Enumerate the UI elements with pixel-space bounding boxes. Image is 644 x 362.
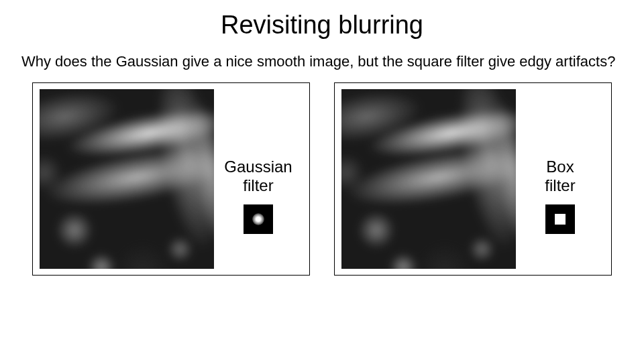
box-filter-label: Box filter [545, 158, 575, 194]
gaussian-dot-icon [252, 213, 264, 225]
gaussian-label-line1: Gaussian [224, 158, 292, 176]
panels-row: Gaussian filter Box filter [0, 82, 644, 276]
gaussian-label-line2: filter [243, 176, 273, 194]
slide-question: Why does the Gaussian give a nice smooth… [0, 53, 644, 82]
box-square-icon [555, 214, 566, 225]
gaussian-label-wrap: Gaussian filter [214, 124, 303, 233]
gaussian-panel: Gaussian filter [32, 82, 310, 276]
box-label-line2: filter [545, 176, 575, 194]
box-label-line1: Box [546, 158, 574, 176]
box-kernel-icon [545, 204, 575, 234]
box-label-wrap: Box filter [516, 124, 604, 233]
slide-title: Revisiting blurring [0, 0, 644, 53]
gaussian-kernel-icon [244, 204, 273, 234]
box-panel: Box filter [334, 82, 612, 276]
box-sample-image [341, 89, 516, 269]
gaussian-filter-label: Gaussian filter [224, 158, 292, 194]
gaussian-sample-image [40, 89, 214, 269]
